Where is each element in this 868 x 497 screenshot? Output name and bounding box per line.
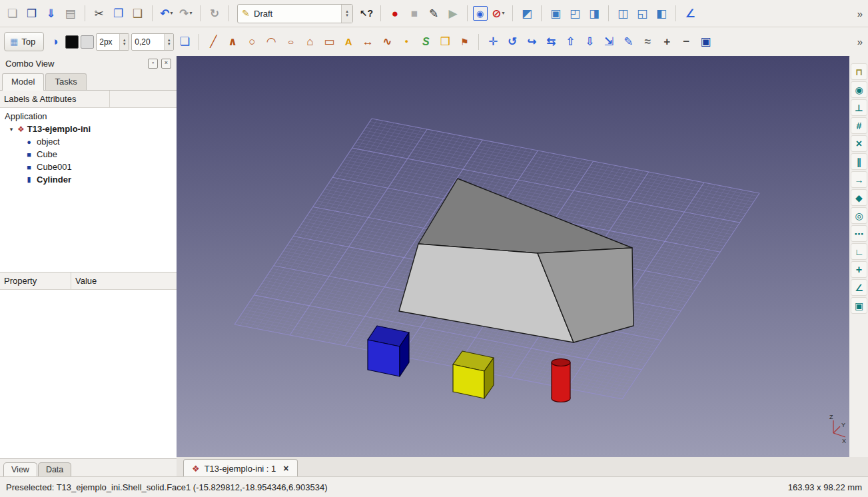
measure-distance-icon[interactable]: ∠ (681, 5, 699, 22)
line-width-spinner[interactable]: ▴▾ (119, 34, 129, 50)
snap-special-icon[interactable]: ◆ (851, 189, 867, 206)
float-panel-icon[interactable]: ▫ (148, 59, 158, 69)
tree-item-document[interactable]: ▾ ❖ T13-ejemplo-ini (0, 123, 177, 135)
rotate-icon[interactable]: ↺ (504, 33, 521, 51)
construction-mode-icon[interactable]: ◑ (46, 33, 63, 51)
zoom-region-icon[interactable]: ◉ (473, 6, 488, 21)
new-document-icon[interactable]: ❏ (4, 5, 21, 22)
left-view-icon[interactable]: ◧ (653, 5, 670, 22)
working-plane-button[interactable]: ▦ Top (4, 32, 44, 51)
cube-blue[interactable] (368, 326, 409, 376)
line-color-swatch[interactable] (65, 35, 79, 49)
document-tab[interactable]: ❖ T13-ejemplo-ini : 1 × (183, 459, 298, 477)
tree-item-application[interactable]: Application (0, 110, 177, 123)
macro-stop-icon[interactable]: ■ (406, 5, 423, 22)
draft-text-icon[interactable]: A (340, 33, 357, 51)
property-table-body[interactable] (0, 290, 177, 458)
edit-icon[interactable]: ✎ (620, 33, 637, 51)
text-scale-spinner[interactable]: ▴▾ (164, 34, 173, 50)
snap-dimensions-icon[interactable]: ⋯ (851, 225, 867, 242)
snap-grid-icon[interactable]: # (851, 117, 867, 134)
snap-perpendicular-icon[interactable]: ⊥ (851, 99, 867, 116)
snap-parallel-icon[interactable]: ∥ (851, 153, 867, 170)
upgrade-icon[interactable]: ⇧ (562, 33, 579, 51)
downgrade-icon[interactable]: ⇩ (581, 33, 598, 51)
copy-icon[interactable]: ❐ (110, 5, 127, 22)
snap-center-icon[interactable]: ◎ (851, 207, 867, 224)
snap-near-icon[interactable]: ◉ (851, 81, 867, 98)
tree-item-cube001[interactable]: ■ Cube001 (0, 161, 177, 173)
axonometric-view-icon[interactable]: ◩ (518, 5, 536, 22)
combo-view-titlebar[interactable]: Combo View ▫ × (0, 56, 177, 71)
cylinder-red[interactable] (552, 359, 570, 402)
tree-item-cube[interactable]: ■ Cube (0, 148, 177, 161)
trimex-icon[interactable]: ⇆ (542, 33, 560, 51)
right-view-icon[interactable]: ◨ (586, 5, 603, 22)
workbench-spinner[interactable]: ▴▾ (341, 5, 352, 23)
cut-icon[interactable]: ✂ (91, 5, 108, 22)
front-view-icon[interactable]: ▣ (547, 5, 564, 22)
wire-to-bspline-icon[interactable]: ≈ (639, 33, 656, 51)
draft-wire-icon[interactable]: ∧ (224, 33, 241, 51)
tab-view[interactable]: View (3, 462, 37, 477)
draft-ellipse-icon[interactable]: ○ (282, 36, 299, 47)
draft-shapestring-icon[interactable]: S (417, 33, 434, 51)
snap-extension-icon[interactable]: → (851, 171, 867, 188)
spin-down-icon[interactable]: ▾ (123, 42, 126, 46)
draft-arc-icon[interactable]: ◠ (262, 33, 280, 51)
toolbar-overflow-icon[interactable]: » (856, 8, 864, 19)
spin-down-icon[interactable]: ▾ (346, 13, 348, 17)
tab-model[interactable]: Model (2, 73, 44, 91)
offset-icon[interactable]: ↪ (523, 33, 540, 51)
cube-yellow[interactable] (453, 351, 494, 398)
bottom-view-icon[interactable]: ◱ (634, 5, 651, 22)
close-panel-icon[interactable]: × (161, 59, 171, 69)
save-document-icon[interactable]: ⇓ (43, 5, 60, 22)
refresh-icon[interactable]: ↻ (206, 5, 223, 22)
undo-icon[interactable]: ↶▾ (158, 5, 175, 22)
draft-bspline-icon[interactable]: ∿ (378, 33, 396, 51)
cylinder-body[interactable] (552, 362, 570, 398)
toolbar-overflow-icon[interactable]: » (856, 36, 864, 47)
scale-icon[interactable]: ⇲ (600, 33, 618, 51)
close-tab-icon[interactable]: × (283, 463, 288, 474)
top-view-icon[interactable]: ◰ (566, 5, 584, 22)
add-point-icon[interactable]: + (658, 33, 675, 51)
draft-facebinder-icon[interactable]: ❒ (436, 33, 454, 51)
print-icon[interactable]: ▤ (62, 5, 79, 22)
paste-icon[interactable]: ❑ (129, 5, 147, 22)
apply-current-style-icon[interactable]: ❏ (176, 33, 193, 51)
tab-data[interactable]: Data (38, 462, 71, 477)
line-width-spinbox[interactable]: 2px ▴▾ (96, 33, 129, 51)
draft-polygon-icon[interactable]: ⌂ (301, 33, 318, 51)
snap-angle-icon[interactable]: ∠ (851, 279, 867, 296)
workbench-selector[interactable]: ✎ Draft ▴▾ (237, 4, 353, 23)
snap-intersection-icon[interactable]: × (851, 135, 867, 152)
tree-item-cylinder[interactable]: ▮ Cylinder (0, 173, 177, 186)
macro-edit-icon[interactable]: ✎ (425, 5, 442, 22)
snap-working-plane-icon[interactable]: ▣ (851, 297, 867, 314)
blue-cube-front-face[interactable] (368, 340, 400, 376)
spin-down-icon[interactable]: ▾ (168, 42, 171, 46)
tree-item-object[interactable]: ● object (0, 135, 177, 148)
3d-viewport[interactable]: Z Y X (177, 56, 849, 457)
draft-dimension-icon[interactable]: ↔ (359, 33, 376, 51)
cylinder-top[interactable] (552, 359, 570, 366)
draft-line-icon[interactable]: ╱ (205, 33, 222, 51)
snap-ortho-icon[interactable]: ∟ (851, 243, 867, 260)
shape2dview-icon[interactable]: ▣ (697, 33, 714, 51)
text-scale-spinbox[interactable]: 0,20 ▴▾ (131, 33, 174, 51)
macro-play-icon[interactable]: ▶ (444, 5, 462, 22)
del-point-icon[interactable]: − (677, 33, 695, 51)
snap-midpoint-icon[interactable]: + (851, 261, 867, 278)
tab-tasks[interactable]: Tasks (45, 73, 86, 90)
open-document-icon[interactable]: ❒ (23, 5, 41, 22)
whats-this-icon[interactable]: ↖? (358, 5, 375, 22)
draft-rectangle-icon[interactable]: ▭ (320, 33, 338, 51)
move-icon[interactable]: ✛ (484, 33, 502, 51)
face-color-swatch[interactable] (81, 35, 94, 49)
draft-circle-icon[interactable]: ○ (243, 33, 260, 51)
draft-point-icon[interactable]: ● (398, 33, 415, 51)
redo-icon[interactable]: ↷▾ (177, 5, 195, 22)
expander-icon[interactable]: ▾ (8, 126, 15, 133)
